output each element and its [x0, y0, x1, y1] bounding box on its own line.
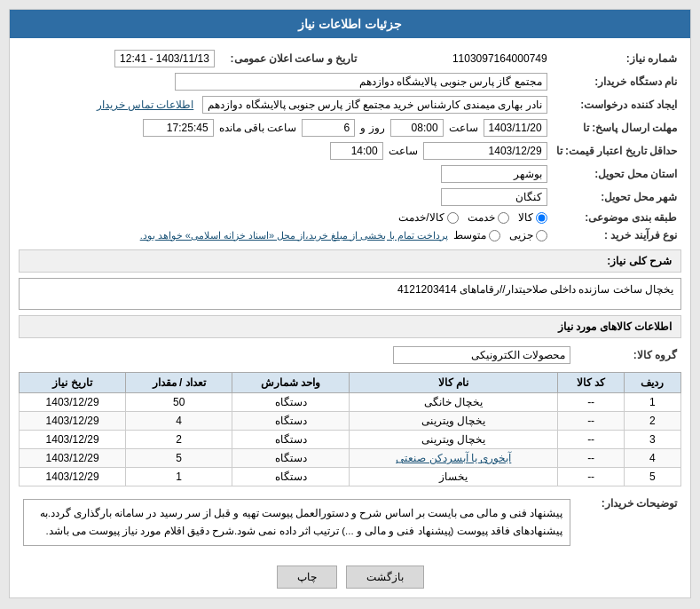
- col-date: تاریخ نیاز: [20, 373, 126, 393]
- days-label: روز و: [360, 122, 384, 134]
- cell-qty: 1: [126, 468, 232, 486]
- cell-qty: 2: [126, 431, 232, 449]
- city-value: کنگان: [19, 186, 552, 209]
- table-row: 5 -- یخساز دستگاه 1 1403/12/29: [20, 468, 681, 486]
- buyer-label: نام دستگاه خریدار:: [552, 70, 681, 93]
- cell-qty: 5: [126, 449, 232, 468]
- need-desc-section: شرح کلی نیاز:: [19, 249, 681, 273]
- action-buttons: بازگشت چاپ: [19, 566, 681, 589]
- category-option-khedmat[interactable]: خدمت: [468, 211, 509, 224]
- goods-group-label: گروه کالا:: [575, 344, 681, 367]
- price-validity-label: حداقل تاریخ اعتبار قیمت: تا: [552, 139, 681, 162]
- reply-deadline-label: مهلت ارسال پاسخ: تا: [552, 116, 681, 139]
- cell-code: --: [558, 449, 625, 468]
- cell-code: --: [558, 468, 625, 486]
- price-time-label: ساعت: [389, 145, 418, 157]
- cell-name: یخچال ویترینی: [350, 431, 558, 449]
- need-desc-value: یخچال ساخت سازنده داخلی صلاحیتدار//رقاما…: [19, 278, 681, 310]
- col-name: نام کالا: [350, 373, 558, 393]
- table-row: 4 -- آبخوری یا آبسردکن صنعتی دستگاه 5 14…: [20, 449, 681, 468]
- time-label: ساعت: [449, 122, 478, 134]
- cell-name: یخچال خانگی: [350, 393, 558, 412]
- cell-row: 3: [624, 431, 680, 449]
- goods-group-display: محصولات الکترونیکی: [393, 346, 570, 364]
- cell-date: 1403/12/29: [20, 393, 126, 412]
- cell-code: --: [558, 393, 625, 412]
- city-display: کنگان: [441, 188, 547, 206]
- goods-table: ردیف کد کالا نام کالا واحد شمارش تعداد /…: [19, 372, 681, 486]
- cell-unit: دستگاه: [232, 468, 350, 486]
- cell-name: یخچال ویترینی: [350, 412, 558, 431]
- notes-text: پیشنهاد فنی و مالی می بایست بر اساس شرح …: [23, 499, 570, 546]
- col-qty: تعداد / مقدار: [126, 373, 232, 393]
- need-desc-label: شرح کلی نیاز:: [607, 255, 672, 267]
- city-label: شهر محل تحویل:: [552, 186, 681, 209]
- cell-unit: دستگاه: [232, 393, 350, 412]
- category-option-kala-khedmat[interactable]: کالا/خدمت: [398, 211, 458, 224]
- cell-date: 1403/12/29: [20, 449, 126, 468]
- cell-qty: 50: [126, 393, 232, 412]
- cell-name: یخساز: [350, 468, 558, 486]
- reply-date-display: 1403/11/20: [484, 119, 547, 137]
- purchase-type-value: جزیی متوسط پرداخت تمام با بخشی از مبلغ خ…: [19, 226, 552, 244]
- cell-unit: دستگاه: [232, 449, 350, 468]
- print-button[interactable]: چاپ: [277, 566, 337, 589]
- reply-remaining-display: 17:25:45: [143, 119, 214, 137]
- category-khedmat-label: خدمت: [468, 211, 495, 224]
- date-display: 1403/11/13 - 12:41: [114, 50, 215, 67]
- province-label: استان محل تحویل:: [552, 162, 681, 186]
- price-validity-date-display: 1403/12/29: [423, 142, 547, 160]
- goods-group-value: محصولات الکترونیکی: [19, 344, 575, 367]
- date-value: 1403/11/13 - 12:41: [19, 47, 219, 70]
- cell-name: آبخوری یا آبسردکن صنعتی: [350, 449, 558, 468]
- province-display: بوشهر: [441, 165, 547, 183]
- cell-unit: دستگاه: [232, 431, 350, 449]
- col-code: کد کالا: [558, 373, 625, 393]
- category-option-kala[interactable]: کالا: [518, 211, 547, 224]
- reply-deadline-value: 1403/11/20 ساعت 08:00 روز و 6 ساعت باقی …: [19, 116, 552, 139]
- need-number-label: شماره نیاز:: [552, 47, 681, 70]
- goods-info-label: اطلاعات کالاهای مورد نیاز: [558, 320, 672, 333]
- contact-link[interactable]: اطلاعات تماس خریدار: [97, 99, 194, 111]
- purchase-option-motovaset[interactable]: متوسط: [453, 229, 500, 241]
- cell-row: 2: [624, 412, 680, 431]
- category-value: کالا خدمت کالا/خدمت: [19, 209, 552, 226]
- reply-time-display: 08:00: [390, 119, 444, 137]
- purchase-motovaset-label: متوسط: [453, 229, 486, 241]
- price-validity-time-display: 14:00: [330, 142, 383, 160]
- price-validity-value: 1403/12/29 ساعت 14:00: [19, 139, 552, 162]
- creator-display: نادر بهاری میمندی کارشناس خرید مجتمع گاز…: [202, 96, 547, 114]
- category-kala-khedmat-label: کالا/خدمت: [398, 211, 444, 224]
- page-title: جزئیات اطلاعات نیاز: [10, 10, 690, 38]
- buyer-value: مجتمع گاز پارس جنوبی پالایشگاه دوازدهم: [19, 70, 552, 93]
- reply-days-display: 6: [302, 119, 355, 137]
- notes-label: توضیحات خریدار:: [575, 492, 681, 553]
- category-kala-label: کالا: [518, 211, 533, 224]
- purchase-option-jozi[interactable]: جزیی: [509, 229, 547, 241]
- cell-qty: 4: [126, 412, 232, 431]
- purchase-note: پرداخت تمام با بخشی از مبلغ خرید،از محل …: [140, 230, 448, 241]
- goods-info-section: اطلاعات کالاهای مورد نیاز: [19, 315, 681, 338]
- back-button[interactable]: بازگشت: [346, 566, 424, 589]
- col-row: ردیف: [624, 373, 680, 393]
- cell-row: 1: [624, 393, 680, 412]
- creator-value: نادر بهاری میمندی کارشناس خرید مجتمع گاز…: [19, 93, 552, 116]
- cell-date: 1403/12/29: [20, 431, 126, 449]
- buyer-display: مجتمع گاز پارس جنوبی پالایشگاه دوازدهم: [175, 73, 547, 91]
- creator-label: ایجاد کننده درخواست:: [552, 93, 681, 116]
- col-unit: واحد شمارش: [232, 373, 350, 393]
- purchase-jozi-label: جزیی: [509, 229, 533, 241]
- purchase-type-label: نوع فرآیند خرید :: [552, 226, 681, 244]
- cell-row: 4: [624, 449, 680, 468]
- cell-row: 5: [624, 468, 680, 486]
- cell-code: --: [558, 431, 625, 449]
- cell-date: 1403/12/29: [20, 468, 126, 486]
- province-value: بوشهر: [19, 162, 552, 186]
- table-row: 1 -- یخچال خانگی دستگاه 50 1403/12/29: [20, 393, 681, 412]
- cell-code: --: [558, 412, 625, 431]
- need-number-value: 1103097164000749: [361, 47, 552, 70]
- notes-value: پیشنهاد فنی و مالی می بایست بر اساس شرح …: [19, 492, 575, 553]
- table-row: 3 -- یخچال ویترینی دستگاه 2 1403/12/29: [20, 431, 681, 449]
- remaining-label: ساعت باقی مانده: [219, 122, 297, 134]
- category-label: طبقه بندی موضوعی:: [552, 209, 681, 226]
